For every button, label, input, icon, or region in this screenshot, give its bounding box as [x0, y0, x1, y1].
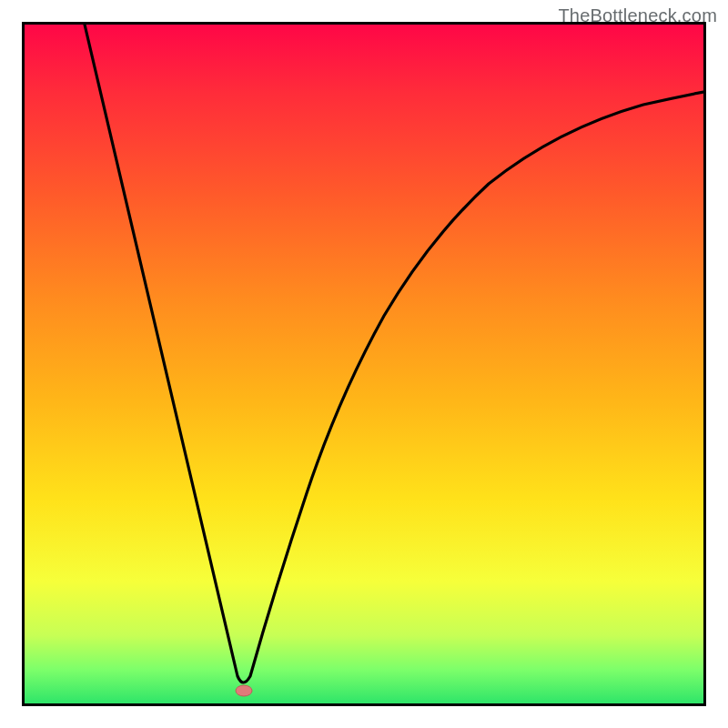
watermark-text: TheBottleneck.com [558, 5, 717, 26]
chart-frame [22, 22, 706, 706]
bottleneck-curve [85, 25, 703, 682]
vertex-marker [236, 685, 252, 696]
chart-svg [25, 25, 703, 703]
